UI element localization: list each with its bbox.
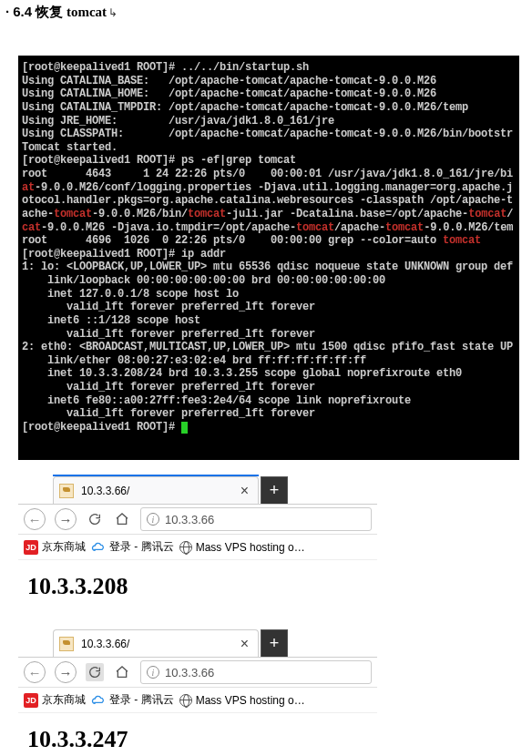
section-heading: ·6.4 恢复 tomcat↲ xyxy=(0,4,532,21)
output-line: Using CATALINA_HOME: /opt/apache-tomcat/… xyxy=(22,87,436,100)
match-text: tomcat xyxy=(54,208,92,220)
bookmark-item-tencent[interactable]: 登录 - 腾讯云 xyxy=(91,539,174,555)
output-line: Tomcat started. xyxy=(22,141,118,154)
output-line: root 4643 1 24 22:26 pts/0 00:00:01 /usr… xyxy=(22,168,513,180)
new-tab-button[interactable]: + xyxy=(261,476,288,504)
browser-toolbar: ← → i 10.3.3.66 xyxy=(18,657,377,688)
match-text: at xyxy=(22,181,35,194)
bookmark-label: 京东商城 xyxy=(42,539,86,555)
info-icon[interactable]: i xyxy=(147,513,159,526)
match-text: tomcat xyxy=(188,208,226,220)
browser-toolbar: ← → i 10.3.3.66 xyxy=(18,504,377,535)
forward-button[interactable]: → xyxy=(55,508,77,530)
globe-icon xyxy=(179,541,192,554)
bookmark-item-vps[interactable]: Mass VPS hosting o… xyxy=(179,541,305,554)
output-line: Using CLASSPATH: /opt/apache-tomcat/apac… xyxy=(22,128,513,140)
bookmark-bar: JD 京东商城 登录 - 腾讯云 Mass VPS hosting o… xyxy=(18,688,377,713)
output-line: /apache- xyxy=(334,221,385,234)
browser-window-2: 10.3.3.66/ × + ← → i 10.3.3.66 JD 京东商城 登… xyxy=(18,628,377,756)
output-line: -9.0.0.M26/conf/logging.properties -Djav… xyxy=(35,181,513,194)
match-text: tomcat xyxy=(296,221,334,234)
tab-title: 10.3.3.66/ xyxy=(81,638,237,650)
prompt: [root@keepalived1 ROOT]# xyxy=(22,421,181,434)
bookmark-label: Mass VPS hosting o… xyxy=(196,694,305,707)
prompt: [root@keepalived1 ROOT]# xyxy=(22,154,181,167)
jd-icon: JD xyxy=(24,693,38,708)
output-line: valid_lft forever preferred_lft forever xyxy=(22,381,315,393)
address-text: 10.3.3.66 xyxy=(165,513,214,526)
home-button[interactable] xyxy=(113,663,131,681)
favicon-icon xyxy=(59,637,74,651)
output-line: inet 10.3.3.208/24 brd 10.3.3.255 scope … xyxy=(22,367,462,380)
bookmark-item-jd[interactable]: JD 京东商城 xyxy=(24,692,86,708)
address-text: 10.3.3.66 xyxy=(165,666,214,679)
jd-icon: JD xyxy=(24,540,38,555)
bookmark-item-jd[interactable]: JD 京东商城 xyxy=(24,539,86,555)
prompt: [root@keepalived1 ROOT]# xyxy=(22,61,181,74)
forward-button[interactable]: → xyxy=(55,661,77,683)
address-bar[interactable]: i 10.3.3.66 xyxy=(140,660,372,684)
browser-window-1: 10.3.3.66/ × + ← → i 10.3.3.66 JD 京东商城 登… xyxy=(18,475,377,613)
output-line: ache- xyxy=(22,208,54,220)
output-line: Using JRE_HOME: /usr/java/jdk1.8.0_161/j… xyxy=(22,115,334,128)
output-line: valid_lft forever preferred_lft forever xyxy=(22,301,315,313)
match-text: tomcat xyxy=(468,208,506,220)
match-text: cat xyxy=(22,221,41,234)
page-text: 10.3.3.247 xyxy=(27,726,128,752)
bookmark-item-tencent[interactable]: 登录 - 腾讯云 xyxy=(91,692,174,708)
page-text: 10.3.3.208 xyxy=(27,573,128,599)
home-icon xyxy=(115,665,129,679)
back-button[interactable]: ← xyxy=(24,661,46,683)
home-icon xyxy=(115,512,129,526)
bookmark-label: 登录 - 腾讯云 xyxy=(109,692,174,708)
back-button[interactable]: ← xyxy=(24,508,46,530)
heading-text: 恢复 tomcat xyxy=(36,5,107,19)
cloud-icon xyxy=(91,694,106,707)
bookmark-bar: JD 京东商城 登录 - 腾讯云 Mass VPS hosting o… xyxy=(18,535,377,560)
output-line: / xyxy=(506,208,513,220)
output-line: link/loopback 00:00:00:00:00:00 brd 00:0… xyxy=(22,274,385,287)
cloud-icon xyxy=(91,541,106,554)
output-line: inet6 fe80::a00:27ff:fee3:2e4/64 scope l… xyxy=(22,394,411,407)
reload-icon xyxy=(87,512,102,526)
output-line: root 4696 1026 0 22:26 pts/0 00:00:00 gr… xyxy=(22,234,443,247)
address-bar[interactable]: i 10.3.3.66 xyxy=(140,507,372,531)
match-text: tomcat xyxy=(385,221,424,234)
page-body: 10.3.3.247 xyxy=(18,713,377,756)
output-line: 1: lo: <LOOPBACK,UP,LOWER_UP> mtu 65536 … xyxy=(22,261,513,273)
reload-icon xyxy=(87,665,102,679)
bookmark-label: 京东商城 xyxy=(42,692,86,708)
new-tab-button[interactable]: + xyxy=(261,629,288,657)
page-body: 10.3.3.208 xyxy=(18,560,377,613)
output-line: -juli.jar -Dcatalina.base=/opt/apache- xyxy=(226,208,468,220)
home-button[interactable] xyxy=(113,510,131,528)
output-line: 2: eth0: <BROADCAST,MULTICAST,UP,LOWER_U… xyxy=(22,341,513,353)
heading-number: 6.4 xyxy=(13,4,32,19)
bookmark-item-vps[interactable]: Mass VPS hosting o… xyxy=(179,694,305,707)
reload-button[interactable] xyxy=(86,510,104,528)
cursor xyxy=(181,422,188,434)
output-line: -9.0.0.M26/tem xyxy=(424,221,513,234)
info-icon[interactable]: i xyxy=(147,666,159,679)
close-tab-button[interactable]: × xyxy=(237,483,252,499)
command: ps -ef|grep tomcat xyxy=(181,154,296,167)
terminal-window: [root@keepalived1 ROOT]# ../../bin/start… xyxy=(18,56,519,460)
output-line: -9.0.0.M26/bin/ xyxy=(92,208,188,220)
output-line: Using CATALINA_TMPDIR: /opt/apache-tomca… xyxy=(22,101,468,114)
bullet: · xyxy=(5,4,9,19)
output-line: inet 127.0.0.1/8 scope host lo xyxy=(22,288,239,301)
output-line: Using CATALINA_BASE: /opt/apache-tomcat/… xyxy=(22,75,436,87)
browser-tab[interactable]: 10.3.3.66/ × xyxy=(53,629,259,657)
prompt: [root@keepalived1 ROOT]# xyxy=(22,248,181,261)
browser-tab[interactable]: 10.3.3.66/ × xyxy=(53,476,259,504)
output-line: -9.0.0.M26 -Djava.io.tmpdir=/opt/apache- xyxy=(41,221,296,234)
close-tab-button[interactable]: × xyxy=(237,636,252,652)
output-line: link/ether 08:00:27:e3:02:e4 brd ff:ff:f… xyxy=(22,354,366,367)
command: ip addr xyxy=(181,248,226,261)
reload-button[interactable] xyxy=(86,663,104,681)
match-text: tomcat xyxy=(443,234,481,247)
output-line: valid_lft forever preferred_lft forever xyxy=(22,407,315,420)
output-line: otocol.handler.pkgs=org.apache.catalina.… xyxy=(22,194,513,207)
bookmark-label: Mass VPS hosting o… xyxy=(196,541,305,554)
return-symbol: ↲ xyxy=(108,6,118,19)
